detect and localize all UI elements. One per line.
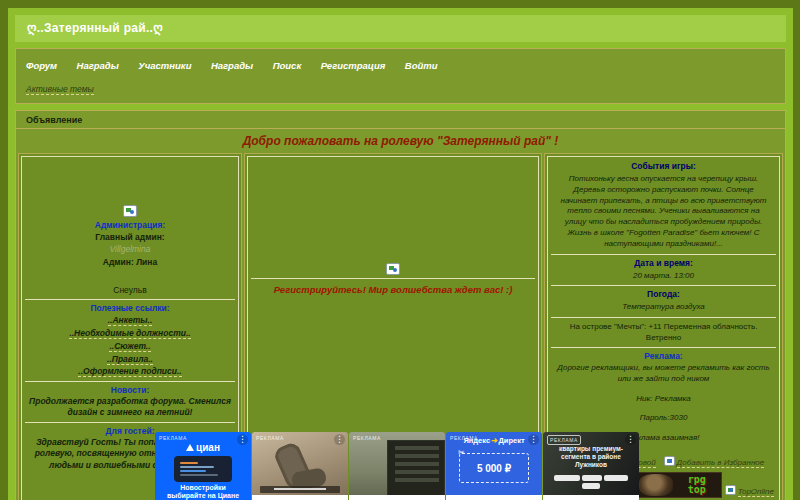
- admin-line: Админ: Лина: [25, 256, 235, 268]
- broken-image-icon: [386, 263, 400, 275]
- advert-text: Дорогие рекламщики, вы можете рекламить …: [551, 362, 776, 386]
- links-header: Полезные ссылки:: [25, 303, 235, 313]
- kebab-menu-icon[interactable]: ⋮: [625, 434, 636, 445]
- register-call: Регистрируйтесь! Мир волшебства ждет вас…: [251, 284, 535, 295]
- rpg-top-banner[interactable]: rpgtop: [636, 472, 722, 498]
- ad-banner-building[interactable]: РЕКЛАМА: [349, 432, 445, 500]
- ad-banner-yandex-direct[interactable]: РЕКЛАМА ЯндексДирект ⋮ 5 000 ₽: [446, 432, 542, 500]
- kebab-menu-icon[interactable]: ⋮: [237, 434, 248, 445]
- ad-strip: РЕКЛАМА ⋮ циан Новостройки выбирайте на …: [155, 432, 639, 500]
- ad-label: РЕКЛАМА: [450, 435, 478, 441]
- news-text: Продолжается разработка форума. Сменился…: [25, 396, 235, 419]
- rpg-top-label: rpgtop: [673, 475, 721, 494]
- admin-name-2: Снеульв: [25, 284, 235, 296]
- ad-option-chips: [543, 475, 639, 489]
- nav-search[interactable]: Поиск: [273, 60, 302, 71]
- welcome-message: Добро пожаловать на ролевую "Затерянный …: [16, 129, 785, 152]
- active-topics-link[interactable]: Активные темы: [26, 84, 94, 95]
- cian-logo: циан: [155, 442, 251, 453]
- news-header: Новости:: [25, 385, 235, 395]
- ad-banner-premium-apartments[interactable]: РЕКЛАМА ⋮ квартиры премиум-сегмента в ра…: [543, 432, 639, 500]
- link-required-roles[interactable]: ..Необходимые должности..: [25, 327, 235, 340]
- datetime-header: Дата и время:: [551, 258, 776, 268]
- announcement-header: Объявление: [16, 111, 785, 129]
- admin-header: Администрация:: [25, 220, 235, 230]
- ad-banner-cian[interactable]: РЕКЛАМА ⋮ циан Новостройки выбирайте на …: [155, 432, 251, 500]
- ad-banner-massage-chair[interactable]: РЕКЛАМА ⋮: [252, 432, 348, 500]
- datetime-value: 20 марта. 13:00: [551, 270, 776, 283]
- nav-register[interactable]: Регистрация: [321, 60, 386, 71]
- events-text: Потихоньку весна опускается на черепицу …: [551, 173, 776, 251]
- weather-line2: На острове "Мечты": +11 Переменная облач…: [551, 321, 776, 344]
- ad-text: квартиры премиум-сегмента в районе Лужни…: [543, 445, 639, 469]
- coupon-value: 5 000 ₽: [459, 453, 529, 483]
- nav-box: Форум Награды Участники Награды Поиск Ре…: [15, 48, 786, 104]
- broken-image-icon: [725, 485, 736, 495]
- ad-label: РЕКЛАМА: [547, 435, 581, 445]
- advert-header: Реклама:: [551, 351, 776, 361]
- advert-nick: Ник: Рекламка: [551, 393, 776, 406]
- yandex-arrow-icon: [491, 436, 497, 445]
- broken-image-icon: [664, 456, 675, 466]
- nav-members[interactable]: Участники: [138, 60, 191, 71]
- link-plot[interactable]: ..Сюжет..: [25, 340, 235, 353]
- kebab-menu-icon[interactable]: ⋮: [334, 434, 345, 445]
- nav-forum[interactable]: Форум: [26, 60, 57, 71]
- events-header: События игры:: [551, 161, 776, 171]
- gorilla-image: [639, 474, 673, 496]
- page-title: ღ..Затерянный рай..ღ: [15, 15, 786, 42]
- weather-header: Погода:: [551, 289, 776, 299]
- ad-text: Новостройки выбирайте на Циане: [155, 484, 251, 500]
- ad-label: РЕКЛАМА: [353, 435, 381, 441]
- forum-wrapper: ღ..Затерянный рай..ღ Форум Награды Участ…: [8, 8, 793, 500]
- broken-image-icon: [123, 205, 137, 217]
- main-nav: Форум Награды Участники Награды Поиск Ре…: [16, 49, 785, 75]
- advert-password: Пароль:3030: [551, 412, 776, 425]
- nav-awards[interactable]: Награды: [77, 60, 119, 71]
- top-online-link[interactable]: TopOnline: [738, 487, 774, 497]
- kebab-menu-icon[interactable]: ⋮: [528, 434, 539, 445]
- link-questionnaires[interactable]: ..Анкеты..: [25, 314, 235, 327]
- nav-login[interactable]: Войти: [405, 60, 438, 71]
- nav-awards-2[interactable]: Награды: [211, 60, 253, 71]
- chief-admin-link[interactable]: Villgelmina: [25, 243, 235, 255]
- ad-label: РЕКЛАМА: [256, 435, 284, 441]
- link-rules[interactable]: ..Правила..: [25, 353, 235, 366]
- ad-label: РЕКЛАМА: [159, 435, 187, 441]
- weather-line1: Температура воздуха: [551, 301, 776, 314]
- link-signature[interactable]: ..Оформление подписи..: [25, 365, 235, 378]
- chief-admin-label: Главный админ:: [25, 231, 235, 243]
- add-favorites-link[interactable]: Добавить в Избранное: [677, 458, 765, 468]
- code-snippet-image: [174, 456, 232, 482]
- ad-caption-strip: [260, 486, 340, 493]
- scissors-icon: [458, 448, 465, 457]
